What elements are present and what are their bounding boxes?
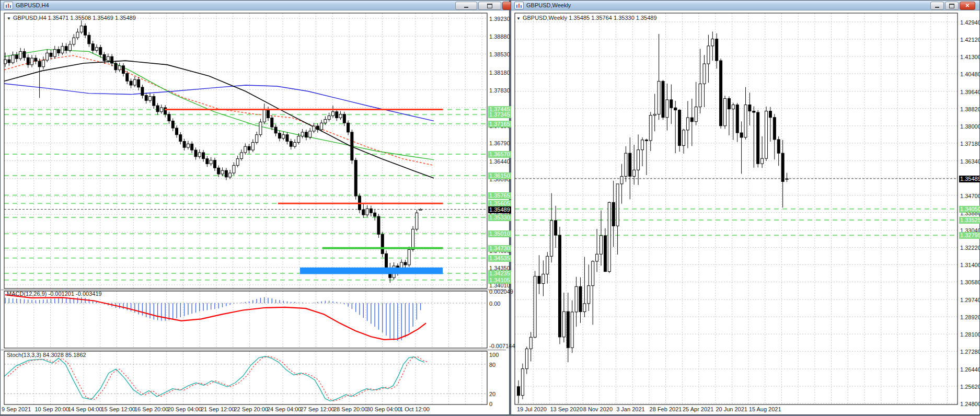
price-tick-label: 1.36440 [489, 158, 510, 165]
price-level-badge: 1.35010 [488, 230, 511, 237]
price-level-badge: 1.34050 [959, 206, 980, 213]
price-tick-label: 1.38000 [960, 123, 980, 130]
stoch-indicator-label: Stoch(13,3,3) 84.3028 85.1862 [7, 352, 86, 358]
price-level-badge: 1.37165 [488, 121, 511, 128]
price-level-badge: 1.34730 [488, 245, 511, 252]
bid-price-badge: 1.35489 [959, 176, 980, 182]
macd-scale-label: 0.00 [489, 301, 500, 307]
price-level-badge: 1.34535 [488, 255, 511, 262]
price-tick-label: 1.40480 [960, 71, 980, 77]
price-tick-label: 1.26440 [960, 366, 980, 373]
stoch-scale-label: 80 [489, 362, 495, 368]
price-tick-label: 1.29740 [960, 297, 980, 303]
stoch-scale-label: 0 [489, 401, 492, 407]
macd-scale-label: 0.002049 [489, 288, 513, 295]
price-tick-label: 1.38180 [489, 70, 510, 76]
price-tick-label: 1.30580 [960, 279, 980, 285]
price-tick-label: 1.39230 [489, 16, 510, 22]
price-tick-label: 1.36340 [960, 158, 980, 165]
price-tick-label: 1.36790 [489, 140, 510, 146]
price-tick-label: 1.41300 [960, 54, 980, 60]
price-tick-label: 1.42120 [960, 37, 980, 43]
price-tick-label: 1.24800 [960, 401, 980, 407]
price-tick-label: 1.32220 [960, 245, 980, 251]
price-level-badge: 1.37345 [488, 111, 511, 118]
price-level-badge: 1.33525 [959, 217, 980, 224]
macd-scale-label: -0.007144 [489, 343, 515, 349]
price-level-badge: 1.34105 [488, 277, 511, 284]
price-tick-label: 1.38880 [489, 33, 510, 40]
price-tick-label: 1.37830 [489, 87, 510, 94]
price-level-badge: 1.35765 [488, 192, 511, 199]
price-tick-label: 1.37180 [960, 141, 980, 147]
price-level-badge: 1.36570 [488, 151, 511, 158]
price-tick-label: 1.31400 [960, 262, 980, 268]
price-tick-label: 1.34700 [960, 193, 980, 199]
stoch-scale-label: 100 [489, 352, 499, 358]
price-tick-label: 1.25620 [960, 384, 980, 390]
price-tick-label: 1.38820 [960, 106, 980, 112]
price-level-badge: 1.36150 [488, 172, 511, 179]
price-level-badge: 1.35330 [488, 214, 511, 221]
bid-price-badge: 1.35489 [488, 206, 511, 213]
symbol-ohlc-header[interactable]: ▼GBPUSD,H4 1.35471 1.35508 1.35469 1.354… [7, 15, 136, 21]
macd-indicator-label: MACD(12,26,9) -0.001201 -0.003419 [7, 291, 102, 297]
stoch-scale-label: 20 [489, 391, 495, 397]
price-tick-label: 1.39640 [960, 89, 980, 95]
price-level-badge: 1.32795 [959, 232, 980, 239]
price-tick-label: 1.42940 [960, 19, 980, 26]
symbol-dropdown-icon[interactable]: ▼ [7, 16, 11, 21]
price-tick-label: 1.38530 [489, 51, 510, 57]
symbol-ohlc-header[interactable]: ▼GBPUSD,Weekly 1.35485 1.35764 1.35330 1… [516, 15, 657, 21]
symbol-dropdown-icon[interactable]: ▼ [516, 16, 521, 21]
price-tick-label: 1.27280 [960, 349, 980, 355]
price-tick-label: 1.28920 [960, 314, 980, 320]
price-level-badge: 1.34235 [488, 270, 511, 277]
price-tick-label: 1.28100 [960, 331, 980, 338]
